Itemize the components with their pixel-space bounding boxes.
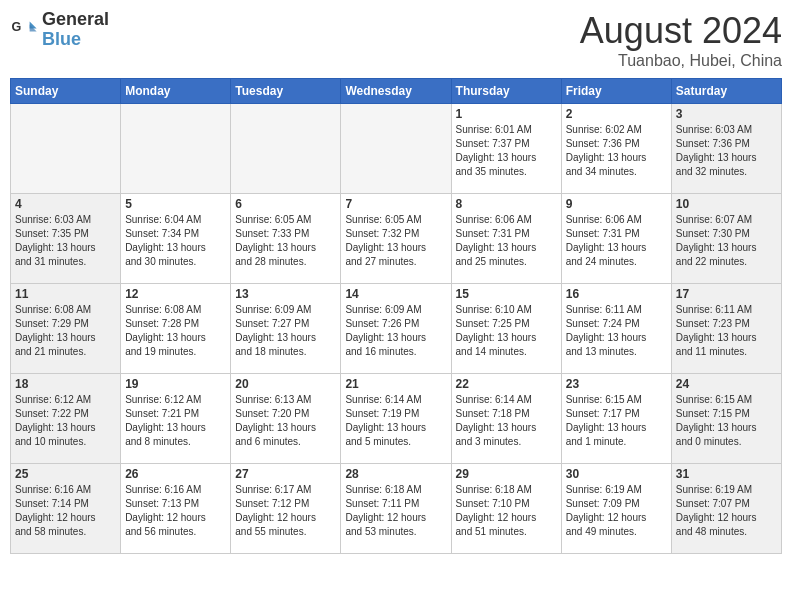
main-title: August 2024 [580, 10, 782, 52]
calendar-cell: 14Sunrise: 6:09 AM Sunset: 7:26 PM Dayli… [341, 284, 451, 374]
day-info: Sunrise: 6:06 AM Sunset: 7:31 PM Dayligh… [456, 213, 557, 269]
day-number: 3 [676, 107, 777, 121]
day-number: 14 [345, 287, 446, 301]
calendar-cell: 31Sunrise: 6:19 AM Sunset: 7:07 PM Dayli… [671, 464, 781, 554]
day-info: Sunrise: 6:14 AM Sunset: 7:19 PM Dayligh… [345, 393, 446, 449]
calendar-cell: 13Sunrise: 6:09 AM Sunset: 7:27 PM Dayli… [231, 284, 341, 374]
svg-text:G: G [11, 20, 21, 34]
day-number: 1 [456, 107, 557, 121]
day-number: 13 [235, 287, 336, 301]
logo: G General Blue [10, 10, 109, 50]
day-number: 12 [125, 287, 226, 301]
day-info: Sunrise: 6:03 AM Sunset: 7:35 PM Dayligh… [15, 213, 116, 269]
calendar-cell: 20Sunrise: 6:13 AM Sunset: 7:20 PM Dayli… [231, 374, 341, 464]
calendar-cell: 4Sunrise: 6:03 AM Sunset: 7:35 PM Daylig… [11, 194, 121, 284]
day-number: 10 [676, 197, 777, 211]
day-header-friday: Friday [561, 79, 671, 104]
calendar-cell: 5Sunrise: 6:04 AM Sunset: 7:34 PM Daylig… [121, 194, 231, 284]
calendar-cell: 26Sunrise: 6:16 AM Sunset: 7:13 PM Dayli… [121, 464, 231, 554]
calendar: SundayMondayTuesdayWednesdayThursdayFrid… [10, 78, 782, 554]
calendar-cell [121, 104, 231, 194]
logo-line2: Blue [42, 30, 109, 50]
calendar-cell [341, 104, 451, 194]
day-number: 2 [566, 107, 667, 121]
day-info: Sunrise: 6:18 AM Sunset: 7:11 PM Dayligh… [345, 483, 446, 539]
day-number: 17 [676, 287, 777, 301]
day-info: Sunrise: 6:08 AM Sunset: 7:28 PM Dayligh… [125, 303, 226, 359]
week-row-3: 11Sunrise: 6:08 AM Sunset: 7:29 PM Dayli… [11, 284, 782, 374]
day-number: 4 [15, 197, 116, 211]
day-number: 25 [15, 467, 116, 481]
day-info: Sunrise: 6:03 AM Sunset: 7:36 PM Dayligh… [676, 123, 777, 179]
day-info: Sunrise: 6:17 AM Sunset: 7:12 PM Dayligh… [235, 483, 336, 539]
day-info: Sunrise: 6:08 AM Sunset: 7:29 PM Dayligh… [15, 303, 116, 359]
logo-text: General Blue [42, 10, 109, 50]
day-info: Sunrise: 6:16 AM Sunset: 7:13 PM Dayligh… [125, 483, 226, 539]
sub-title: Tuanbao, Hubei, China [580, 52, 782, 70]
day-number: 23 [566, 377, 667, 391]
day-number: 24 [676, 377, 777, 391]
calendar-cell: 27Sunrise: 6:17 AM Sunset: 7:12 PM Dayli… [231, 464, 341, 554]
day-number: 18 [15, 377, 116, 391]
calendar-cell: 28Sunrise: 6:18 AM Sunset: 7:11 PM Dayli… [341, 464, 451, 554]
calendar-cell [231, 104, 341, 194]
calendar-cell: 19Sunrise: 6:12 AM Sunset: 7:21 PM Dayli… [121, 374, 231, 464]
day-info: Sunrise: 6:12 AM Sunset: 7:21 PM Dayligh… [125, 393, 226, 449]
day-info: Sunrise: 6:06 AM Sunset: 7:31 PM Dayligh… [566, 213, 667, 269]
day-number: 20 [235, 377, 336, 391]
day-info: Sunrise: 6:13 AM Sunset: 7:20 PM Dayligh… [235, 393, 336, 449]
calendar-cell: 2Sunrise: 6:02 AM Sunset: 7:36 PM Daylig… [561, 104, 671, 194]
day-number: 30 [566, 467, 667, 481]
day-info: Sunrise: 6:11 AM Sunset: 7:24 PM Dayligh… [566, 303, 667, 359]
header: G General Blue August 2024 Tuanbao, Hube… [10, 10, 782, 70]
day-number: 16 [566, 287, 667, 301]
day-header-thursday: Thursday [451, 79, 561, 104]
day-number: 22 [456, 377, 557, 391]
day-info: Sunrise: 6:11 AM Sunset: 7:23 PM Dayligh… [676, 303, 777, 359]
day-info: Sunrise: 6:01 AM Sunset: 7:37 PM Dayligh… [456, 123, 557, 179]
day-info: Sunrise: 6:09 AM Sunset: 7:27 PM Dayligh… [235, 303, 336, 359]
day-number: 15 [456, 287, 557, 301]
calendar-cell: 30Sunrise: 6:19 AM Sunset: 7:09 PM Dayli… [561, 464, 671, 554]
calendar-cell: 8Sunrise: 6:06 AM Sunset: 7:31 PM Daylig… [451, 194, 561, 284]
calendar-cell: 11Sunrise: 6:08 AM Sunset: 7:29 PM Dayli… [11, 284, 121, 374]
day-number: 21 [345, 377, 446, 391]
calendar-cell: 21Sunrise: 6:14 AM Sunset: 7:19 PM Dayli… [341, 374, 451, 464]
day-info: Sunrise: 6:18 AM Sunset: 7:10 PM Dayligh… [456, 483, 557, 539]
day-header-monday: Monday [121, 79, 231, 104]
logo-icon: G [10, 16, 38, 44]
day-number: 8 [456, 197, 557, 211]
calendar-cell: 12Sunrise: 6:08 AM Sunset: 7:28 PM Dayli… [121, 284, 231, 374]
calendar-cell: 7Sunrise: 6:05 AM Sunset: 7:32 PM Daylig… [341, 194, 451, 284]
day-number: 5 [125, 197, 226, 211]
day-header-wednesday: Wednesday [341, 79, 451, 104]
day-header-tuesday: Tuesday [231, 79, 341, 104]
calendar-cell: 16Sunrise: 6:11 AM Sunset: 7:24 PM Dayli… [561, 284, 671, 374]
week-row-4: 18Sunrise: 6:12 AM Sunset: 7:22 PM Dayli… [11, 374, 782, 464]
calendar-cell: 17Sunrise: 6:11 AM Sunset: 7:23 PM Dayli… [671, 284, 781, 374]
day-info: Sunrise: 6:09 AM Sunset: 7:26 PM Dayligh… [345, 303, 446, 359]
week-row-2: 4Sunrise: 6:03 AM Sunset: 7:35 PM Daylig… [11, 194, 782, 284]
day-info: Sunrise: 6:07 AM Sunset: 7:30 PM Dayligh… [676, 213, 777, 269]
calendar-cell: 25Sunrise: 6:16 AM Sunset: 7:14 PM Dayli… [11, 464, 121, 554]
day-info: Sunrise: 6:10 AM Sunset: 7:25 PM Dayligh… [456, 303, 557, 359]
day-number: 11 [15, 287, 116, 301]
day-info: Sunrise: 6:02 AM Sunset: 7:36 PM Dayligh… [566, 123, 667, 179]
day-info: Sunrise: 6:15 AM Sunset: 7:15 PM Dayligh… [676, 393, 777, 449]
day-number: 6 [235, 197, 336, 211]
calendar-cell: 24Sunrise: 6:15 AM Sunset: 7:15 PM Dayli… [671, 374, 781, 464]
calendar-cell: 3Sunrise: 6:03 AM Sunset: 7:36 PM Daylig… [671, 104, 781, 194]
calendar-cell: 22Sunrise: 6:14 AM Sunset: 7:18 PM Dayli… [451, 374, 561, 464]
day-info: Sunrise: 6:05 AM Sunset: 7:33 PM Dayligh… [235, 213, 336, 269]
logo-line1: General [42, 10, 109, 30]
week-row-5: 25Sunrise: 6:16 AM Sunset: 7:14 PM Dayli… [11, 464, 782, 554]
day-info: Sunrise: 6:05 AM Sunset: 7:32 PM Dayligh… [345, 213, 446, 269]
calendar-cell: 29Sunrise: 6:18 AM Sunset: 7:10 PM Dayli… [451, 464, 561, 554]
day-info: Sunrise: 6:12 AM Sunset: 7:22 PM Dayligh… [15, 393, 116, 449]
day-header-sunday: Sunday [11, 79, 121, 104]
day-info: Sunrise: 6:16 AM Sunset: 7:14 PM Dayligh… [15, 483, 116, 539]
day-info: Sunrise: 6:14 AM Sunset: 7:18 PM Dayligh… [456, 393, 557, 449]
day-number: 9 [566, 197, 667, 211]
day-info: Sunrise: 6:19 AM Sunset: 7:07 PM Dayligh… [676, 483, 777, 539]
title-area: August 2024 Tuanbao, Hubei, China [580, 10, 782, 70]
